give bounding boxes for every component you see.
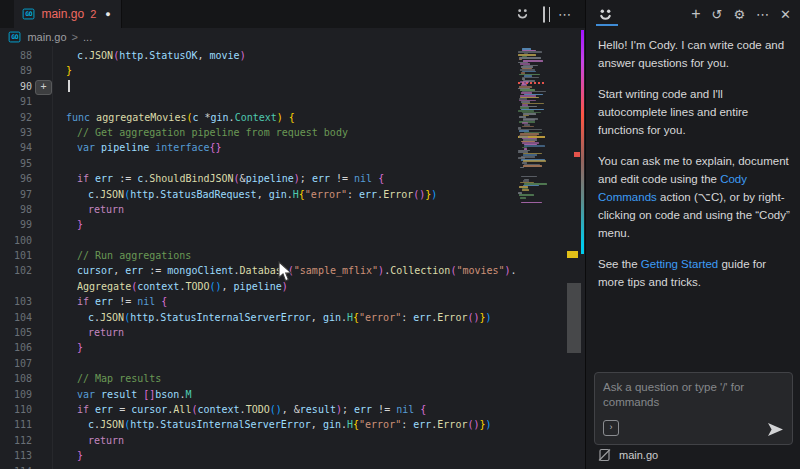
line-number: 105: [0, 325, 32, 340]
code-text: // Map results: [66, 371, 161, 386]
code-row[interactable]: 93// Get aggregation pipeline from reque…: [0, 125, 518, 140]
code-text: c.JSON(http.StatusOK, movie): [66, 48, 246, 63]
text-caret: [68, 80, 70, 92]
editor-actions: ⋯: [515, 0, 571, 28]
cody-panel: + ↺ ⚙ ⋯ ✕ Hello! I'm Cody. I can write c…: [585, 0, 800, 469]
message-text: You can ask me to explain, document and …: [598, 155, 789, 185]
line-number: 96: [0, 171, 32, 186]
split-editor-icon[interactable]: [543, 8, 545, 21]
breadcrumb-file[interactable]: main.go: [27, 31, 66, 43]
cody-chat-tab[interactable]: [597, 0, 614, 28]
code-row[interactable]: 95: [0, 156, 518, 171]
line-number: 97: [0, 187, 32, 202]
breadcrumb-more[interactable]: ...: [83, 31, 92, 43]
line-number: 93: [0, 125, 32, 140]
line-number: 92: [0, 110, 32, 125]
context-file-name: main.go: [619, 449, 658, 461]
code-text: }: [66, 340, 83, 355]
close-panel-icon[interactable]: ✕: [780, 8, 791, 21]
line-number: 102: [0, 263, 32, 278]
code-text: Aggregate(context.TODO(), pipeline): [66, 279, 288, 294]
assistant-message: You can ask me to explain, document and …: [598, 152, 791, 242]
code-row[interactable]: 97c.JSON(http.StatusBadRequest, gin.H{"e…: [0, 187, 518, 202]
modified-dot-icon[interactable]: ●: [105, 9, 110, 19]
code-text: c.JSON(http.StatusInternalServerError, g…: [66, 310, 492, 325]
code-row[interactable]: 104c.JSON(http.StatusInternalServerError…: [0, 310, 518, 325]
code-text: c.JSON(http.StatusInternalServerError, g…: [66, 417, 492, 432]
code-row[interactable]: 107: [0, 356, 518, 371]
code-row[interactable]: 105return: [0, 325, 518, 340]
line-number: [0, 279, 32, 294]
code-row[interactable]: 112return: [0, 433, 518, 448]
slash-commands-icon[interactable]: ›: [603, 420, 619, 436]
code-text: var result []bson.M: [66, 387, 191, 402]
code-row[interactable]: 88c.JSON(http.StatusOK, movie): [0, 48, 518, 63]
cody-icon[interactable]: [515, 6, 530, 23]
cody-gutter-plus-button[interactable]: +: [35, 80, 52, 95]
go-file-icon: GO: [9, 32, 21, 43]
code-row[interactable]: 110if err = cursor.All(context.TODO(), &…: [0, 402, 518, 417]
code-row[interactable]: 100: [0, 233, 518, 248]
code-row[interactable]: Aggregate(context.TODO(), pipeline): [0, 279, 518, 294]
overview-ruler-warning-marker: [567, 251, 578, 258]
more-icon[interactable]: ⋯: [756, 8, 769, 21]
send-icon[interactable]: [767, 422, 784, 437]
code-row[interactable]: 92func aggregateMovies(c *gin.Context) {: [0, 110, 518, 125]
code-row[interactable]: 103if err != nil {: [0, 294, 518, 309]
code-row[interactable]: 94var pipeline interface{}: [0, 140, 518, 155]
active-tab-underline: [596, 24, 618, 26]
code-row[interactable]: 101// Run aggregations: [0, 248, 518, 263]
link-getting-started[interactable]: Getting Started: [641, 258, 718, 270]
line-number: 91: [0, 94, 32, 109]
code-row[interactable]: 89}: [0, 63, 518, 78]
code-text: // Get aggregation pipeline from request…: [66, 125, 348, 140]
code-row[interactable]: 108// Map results: [0, 371, 518, 386]
code-text: }: [66, 217, 83, 232]
cody-panel-header: + ↺ ⚙ ⋯ ✕: [586, 0, 800, 28]
code-row[interactable]: 96if err := c.ShouldBindJSON(&pipeline);…: [0, 171, 518, 186]
go-file-icon: GO: [23, 9, 35, 20]
settings-gear-icon[interactable]: ⚙: [733, 8, 745, 21]
line-number: 90: [0, 79, 32, 94]
assistant-message: See the Getting Started guide for more t…: [598, 255, 791, 291]
new-chat-icon[interactable]: +: [691, 6, 700, 22]
code-row[interactable]: 98return: [0, 202, 518, 217]
code-row[interactable]: 113}: [0, 448, 518, 463]
tab-bar: GO main.go 2 ● ⋯: [0, 0, 585, 28]
line-number: 108: [0, 371, 32, 386]
code-row[interactable]: 114: [0, 464, 518, 469]
chat-messages: Hello! I'm Cody. I can write code and an…: [598, 36, 791, 304]
code-row[interactable]: 99}: [0, 217, 518, 232]
code-row[interactable]: 106}: [0, 340, 518, 355]
line-number: 106: [0, 340, 32, 355]
more-actions-icon[interactable]: ⋯: [558, 8, 571, 21]
message-text: Start writing code and I'll autocomplete…: [598, 88, 748, 136]
code-text: return: [66, 202, 124, 217]
line-number: 95: [0, 156, 32, 171]
code-row[interactable]: 91: [0, 94, 518, 109]
overview-ruler-error-marker: [574, 152, 580, 157]
assistant-message: Start writing code and I'll autocomplete…: [598, 85, 791, 139]
code-row[interactable]: 111c.JSON(http.StatusInternalServerError…: [0, 417, 518, 432]
cody-gradient-border: [581, 30, 584, 254]
tab-main-go[interactable]: GO main.go 2 ●: [14, 0, 122, 28]
line-number: 101: [0, 248, 32, 263]
code-row[interactable]: 109var result []bson.M: [0, 387, 518, 402]
breadcrumb: GO main.go > ...: [0, 28, 593, 46]
cody-smiley-icon: [597, 6, 614, 23]
line-number: 89: [0, 63, 32, 78]
code-text: return: [66, 325, 124, 340]
code-text: var pipeline interface{}: [66, 140, 222, 155]
code-text: if err != nil {: [66, 294, 167, 309]
code-lines: 88c.JSON(http.StatusOK, movie)89}90+9192…: [0, 48, 518, 469]
context-file-row[interactable]: main.go: [598, 448, 658, 462]
minimap[interactable]: [518, 48, 546, 268]
code-text: [68, 79, 70, 94]
code-text: func aggregateMovies(c *gin.Context) {: [66, 110, 295, 125]
editor-scrollbar[interactable]: [567, 283, 581, 353]
code-row[interactable]: 102cursor, err := mongoClient.Database("…: [0, 263, 518, 278]
code-row[interactable]: 90+: [0, 79, 518, 94]
code-text: }: [66, 63, 72, 78]
history-icon[interactable]: ↺: [712, 8, 723, 21]
assistant-message: Hello! I'm Cody. I can write code and an…: [598, 36, 791, 72]
